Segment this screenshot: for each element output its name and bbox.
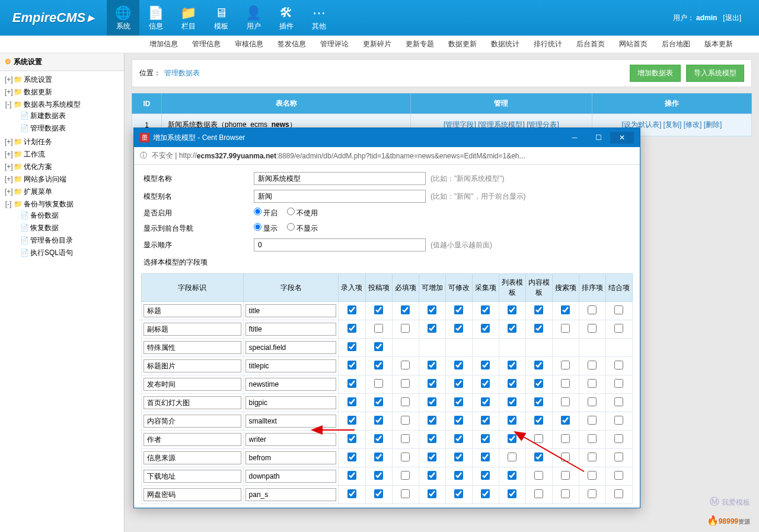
tree-expand-icon[interactable]: [+] [5, 163, 12, 171]
field-checkbox[interactable] [561, 324, 570, 333]
tree-expand-icon[interactable]: [-] [5, 200, 12, 208]
tree-expand-icon[interactable]: [+] [5, 175, 12, 183]
field-checkbox[interactable] [428, 453, 436, 461]
field-checkbox[interactable] [347, 305, 356, 314]
model-name-input[interactable] [254, 172, 426, 185]
field-checkbox[interactable] [374, 305, 383, 314]
subnav-item[interactable]: 管理信息 [185, 39, 228, 49]
model-alias-input[interactable] [254, 190, 426, 203]
field-checkbox[interactable] [508, 416, 516, 425]
field-checkbox[interactable] [614, 471, 623, 480]
field-checkbox[interactable] [588, 489, 597, 498]
topnav-item[interactable]: 📁栏目 [172, 0, 205, 36]
field-checkbox[interactable] [588, 397, 597, 406]
tree-expand-icon[interactable]: [+] [5, 88, 12, 96]
field-id-input[interactable] [143, 396, 241, 409]
subnav-item[interactable]: 审核信息 [228, 39, 270, 49]
field-checkbox[interactable] [588, 305, 597, 314]
field-name-input[interactable] [245, 359, 337, 372]
field-checkbox[interactable] [561, 305, 570, 314]
field-checkbox[interactable] [374, 397, 383, 406]
field-checkbox[interactable] [454, 471, 463, 480]
field-checkbox[interactable] [401, 324, 410, 333]
logout-link[interactable]: [退出] [723, 14, 741, 22]
field-checkbox[interactable] [614, 453, 623, 461]
tree-file[interactable]: 执行SQL语句 [30, 249, 73, 257]
field-checkbox[interactable] [374, 434, 383, 443]
field-checkbox[interactable] [481, 379, 490, 388]
modal-titlebar[interactable]: 墨 增加系统模型 - Cent Browser ─ ☐ ✕ [134, 128, 640, 147]
tree-folder[interactable]: 数据更新 [24, 88, 52, 96]
tree-file[interactable]: 新建数据表 [30, 112, 66, 120]
field-checkbox[interactable] [534, 471, 543, 480]
field-checkbox[interactable] [401, 397, 410, 406]
tree-expand-icon[interactable]: [+] [5, 75, 12, 84]
enable-on-radio[interactable]: 开启 [254, 209, 278, 217]
field-checkbox[interactable] [508, 453, 516, 461]
subnav-item[interactable]: 数据更新 [441, 39, 484, 49]
field-checkbox[interactable] [347, 324, 356, 333]
topnav-item[interactable]: 📄信息 [139, 0, 172, 36]
field-checkbox[interactable] [588, 324, 597, 333]
field-checkbox[interactable] [374, 324, 383, 333]
field-checkbox[interactable] [534, 379, 543, 388]
field-checkbox[interactable] [454, 416, 463, 425]
field-name-input[interactable] [245, 304, 337, 317]
close-button[interactable]: ✕ [610, 132, 634, 144]
field-checkbox[interactable] [561, 379, 570, 388]
field-checkbox[interactable] [481, 434, 490, 443]
field-checkbox[interactable] [588, 434, 597, 443]
field-checkbox[interactable] [374, 489, 383, 498]
tree-expand-icon[interactable]: [+] [5, 138, 12, 146]
field-checkbox[interactable] [534, 416, 543, 425]
field-checkbox[interactable] [454, 324, 463, 333]
field-name-input[interactable] [245, 488, 337, 501]
topnav-item[interactable]: 🌐系统 [107, 0, 139, 36]
field-name-input[interactable] [245, 341, 337, 354]
enable-off-radio[interactable]: 不使用 [287, 209, 318, 217]
import-model-button[interactable]: 导入系统模型 [686, 65, 744, 82]
field-name-input[interactable] [245, 433, 337, 446]
maximize-button[interactable]: ☐ [586, 132, 610, 144]
field-checkbox[interactable] [534, 397, 543, 406]
field-checkbox[interactable] [614, 416, 623, 425]
field-checkbox[interactable] [588, 416, 597, 425]
field-name-input[interactable] [245, 451, 337, 464]
field-id-input[interactable] [143, 433, 241, 446]
field-checkbox[interactable] [374, 342, 383, 351]
field-checkbox[interactable] [561, 434, 570, 443]
field-name-input[interactable] [245, 415, 337, 428]
field-checkbox[interactable] [374, 453, 383, 461]
field-checkbox[interactable] [428, 397, 436, 406]
field-name-input[interactable] [245, 378, 337, 391]
field-checkbox[interactable] [481, 416, 490, 425]
tree-folder[interactable]: 网站多访问端 [24, 175, 66, 183]
tree-file[interactable]: 备份数据 [30, 211, 59, 219]
field-checkbox[interactable] [347, 471, 356, 480]
minimize-button[interactable]: ─ [563, 132, 586, 144]
subnav-item[interactable]: 网站首页 [612, 39, 655, 49]
nav-on-radio[interactable]: 显示 [254, 224, 278, 232]
topnav-item[interactable]: 🛠插件 [270, 0, 302, 36]
field-checkbox[interactable] [561, 471, 570, 480]
tree-folder[interactable]: 备份与恢复数据 [24, 200, 74, 208]
topnav-item[interactable]: 👤用户 [237, 0, 270, 36]
field-checkbox[interactable] [534, 489, 543, 498]
op-link[interactable]: [修改] [684, 120, 702, 129]
field-checkbox[interactable] [428, 489, 436, 498]
subnav-item[interactable]: 增加信息 [142, 39, 185, 49]
field-checkbox[interactable] [454, 489, 463, 498]
field-checkbox[interactable] [561, 397, 570, 406]
field-checkbox[interactable] [561, 416, 570, 425]
subnav-item[interactable]: 排行统计 [527, 39, 569, 49]
field-checkbox[interactable] [454, 379, 463, 388]
field-id-input[interactable] [143, 341, 241, 354]
field-checkbox[interactable] [534, 324, 543, 333]
tree-expand-icon[interactable]: [-] [5, 100, 12, 109]
field-checkbox[interactable] [401, 361, 410, 369]
tree-folder[interactable]: 计划任务 [24, 138, 52, 146]
field-checkbox[interactable] [614, 305, 623, 314]
add-table-button[interactable]: 增加数据表 [630, 65, 681, 82]
field-checkbox[interactable] [454, 434, 463, 443]
subnav-item[interactable]: 更新专题 [398, 39, 441, 49]
